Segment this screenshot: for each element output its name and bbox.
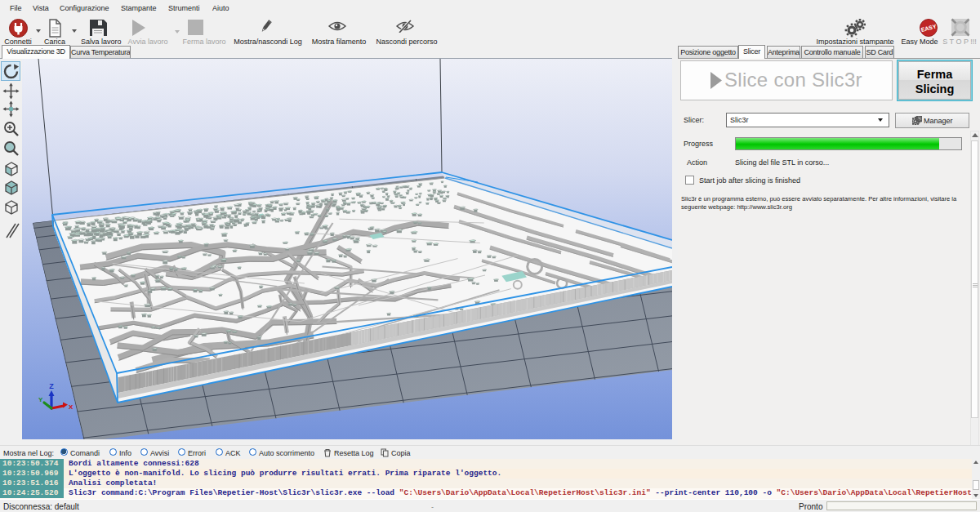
svg-text:Y: Y [38, 396, 43, 403]
svg-text:X: X [69, 403, 74, 411]
svg-text:Z: Z [49, 382, 54, 390]
